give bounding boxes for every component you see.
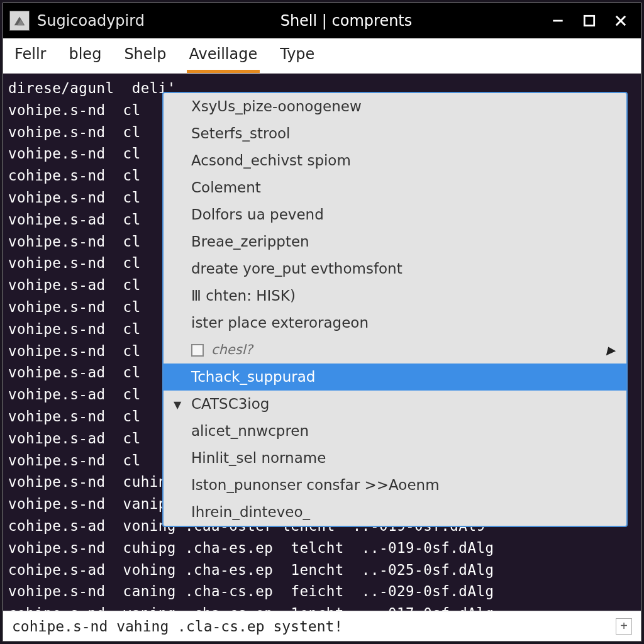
autocomplete-label: dreate yore_put evthomsfont bbox=[191, 260, 402, 277]
app-icon bbox=[9, 11, 30, 31]
menu-item-bleg[interactable]: bleg bbox=[66, 38, 104, 73]
menu-item-type[interactable]: Type bbox=[277, 38, 317, 73]
autocomplete-label: Acsond_echivst spiom bbox=[191, 152, 351, 169]
autocomplete-item[interactable]: Dolfors ua pevend bbox=[164, 201, 626, 228]
autocomplete-item[interactable]: Ihrein_dinteveo_ bbox=[164, 499, 626, 526]
autocomplete-label: CATSC3iog bbox=[191, 396, 269, 412]
close-button[interactable] bbox=[611, 11, 631, 31]
autocomplete-item[interactable]: Ⅲ chten: HISK) bbox=[164, 282, 626, 309]
terminal-line: cohipe.s-ad vohing .cha-es.ep 1encht ..-… bbox=[8, 559, 636, 581]
autocomplete-item[interactable]: Colement bbox=[164, 174, 626, 201]
autocomplete-item[interactable]: ▼CATSC3iog bbox=[164, 391, 626, 418]
autocomplete-label: Ihrein_dinteveo_ bbox=[191, 504, 310, 520]
add-button[interactable]: + bbox=[616, 618, 632, 635]
statusbar: cohipe.s-nd vahing .cla-cs.ep systent! + bbox=[3, 611, 641, 641]
status-text: cohipe.s-nd vahing .cla-cs.ep systent! bbox=[12, 618, 343, 635]
maximize-button[interactable] bbox=[579, 11, 599, 31]
autocomplete-label: alicet_nnwcpren bbox=[191, 423, 309, 439]
autocomplete-label: Colement bbox=[191, 179, 261, 196]
terminal-line: cohipe.s-nd vaning .cha-cs.ep 1encht ..-… bbox=[8, 602, 636, 611]
autocomplete-item[interactable]: Hinlit_sel norname bbox=[164, 445, 626, 472]
autocomplete-label: XsyUs_pize-oonogenew bbox=[191, 98, 362, 114]
autocomplete-label: Seterfs_strool bbox=[191, 125, 290, 142]
autocomplete-popup: XsyUs_pize-oonogenewSeterfs_stroolAcsond… bbox=[162, 92, 628, 527]
autocomplete-item[interactable]: ister place exterorageon bbox=[164, 309, 626, 336]
menu-item-fellr[interactable]: Fellr bbox=[12, 38, 48, 73]
window-title: Shell | comprents bbox=[150, 12, 543, 30]
autocomplete-item[interactable]: Acsond_echivst spiom bbox=[164, 147, 626, 174]
autocomplete-label: Hinlit_sel norname bbox=[191, 450, 326, 466]
autocomplete-item[interactable]: Breae_zerippten bbox=[164, 228, 626, 255]
minimize-button[interactable] bbox=[548, 11, 568, 31]
menu-item-aveillage[interactable]: Aveillage bbox=[187, 38, 260, 73]
chevron-down-icon: ▼ bbox=[174, 393, 181, 415]
menubar: FellrblegShelpAveillageType bbox=[3, 38, 641, 74]
terminal-line: vohipe.s-nd cuhipg .cha-es.ep telcht ..-… bbox=[8, 537, 636, 559]
svg-rect-3 bbox=[584, 16, 594, 25]
window-controls bbox=[548, 11, 631, 31]
checkbox-icon bbox=[191, 344, 204, 357]
autocomplete-item[interactable]: chesl?▶ bbox=[164, 336, 626, 364]
autocomplete-item[interactable]: Tchack_suppurad bbox=[164, 364, 626, 391]
autocomplete-label: chesl? bbox=[211, 339, 253, 361]
autocomplete-item[interactable]: alicet_nnwcpren bbox=[164, 418, 626, 445]
chevron-right-icon: ▶ bbox=[606, 339, 615, 361]
autocomplete-item[interactable]: XsyUs_pize-oonogenew bbox=[164, 93, 626, 120]
terminal-line: vohipe.s-nd caning .cha-cs.ep feicht ..-… bbox=[8, 580, 636, 602]
autocomplete-label: Iston_punonser consfar >>Aoenm bbox=[191, 477, 440, 493]
autocomplete-label: ister place exterorageon bbox=[191, 314, 369, 331]
app-name: Sugicoadypird bbox=[37, 12, 145, 30]
menu-item-shelp[interactable]: Shelp bbox=[121, 38, 169, 73]
autocomplete-item[interactable]: dreate yore_put evthomsfont bbox=[164, 255, 626, 282]
autocomplete-item[interactable]: Seterfs_strool bbox=[164, 120, 626, 147]
autocomplete-item[interactable]: Iston_punonser consfar >>Aoenm bbox=[164, 472, 626, 499]
autocomplete-label: Breae_zerippten bbox=[191, 233, 309, 250]
titlebar: Sugicoadypird Shell | comprents bbox=[3, 3, 641, 38]
autocomplete-label: Ⅲ chten: HISK) bbox=[191, 287, 296, 304]
autocomplete-label: Dolfors ua pevend bbox=[191, 206, 324, 223]
autocomplete-label: Tchack_suppurad bbox=[191, 369, 315, 385]
